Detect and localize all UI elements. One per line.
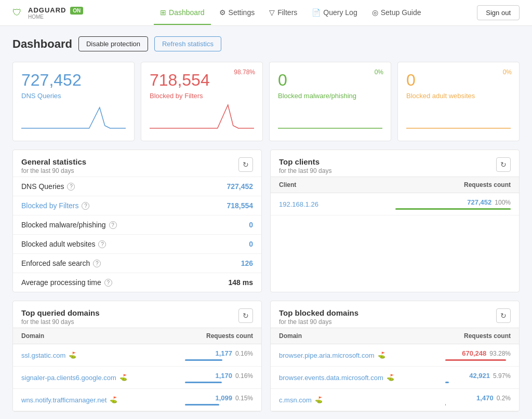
top-clients-cell-client: 192.168.1.26: [271, 193, 387, 215]
stats-row-malware: Blocked malware/phishing ? 0: [13, 215, 261, 235]
top-blocked-col-requests: Requests count: [437, 328, 519, 344]
blocked-filters-label: Blocked by Filters: [150, 92, 254, 100]
progress-bar-0: [395, 208, 511, 210]
queried-count-num-0: 1,177: [215, 349, 232, 357]
blocked-filters-value: 718,554: [193, 196, 261, 215]
top-queried-row-0: ssl.gstatic.com ⛳ 1,177 0.16%: [13, 344, 261, 367]
domain-link-0[interactable]: ssl.gstatic.com: [21, 352, 65, 359]
blocked-filters-row-label[interactable]: Blocked by Filters ?: [21, 201, 184, 210]
top-queried-title-group: Top queried domains for the last 90 days: [21, 308, 100, 326]
blocked-count-num-0: 670,248: [462, 349, 486, 357]
nav-setup-guide[interactable]: ◎ Setup Guide: [366, 1, 428, 25]
dns-queries-label: DNS Queries: [21, 92, 126, 100]
blocked-filter-icon-0[interactable]: ⛳: [378, 352, 385, 359]
nav-settings[interactable]: ⚙ Settings: [213, 1, 261, 25]
stat-card-blocked-filters: 98.78% 718,554 Blocked by Filters: [141, 62, 263, 141]
count-num-0: 727,452: [467, 198, 491, 206]
dns-queries-number: 727,452: [21, 71, 126, 90]
blocked-domain-link-2[interactable]: c.msn.com: [279, 396, 312, 404]
settings-icon: ⚙: [219, 8, 226, 17]
top-queried-cell-domain-2: wns.notify.trafficmanager.net ⛳: [13, 389, 177, 411]
top-clients-table: Client Requests count 192.168.1.26 727,4…: [271, 177, 519, 215]
top-clients-col-client: Client: [271, 177, 387, 193]
stats-row-avg-time: Average processing time ? 148 ms: [13, 273, 261, 292]
queried-count-num-2: 1,099: [215, 394, 232, 402]
blocked-malware-percent: 0%: [375, 69, 383, 76]
dns-queries-row-label: DNS Queries ?: [21, 182, 184, 191]
domain-link-2[interactable]: wns.notify.trafficmanager.net: [21, 396, 107, 404]
refresh-statistics-button[interactable]: Refresh statistics: [154, 36, 221, 51]
domain-cell-2: wns.notify.trafficmanager.net ⛳: [21, 396, 168, 404]
blocked-filters-percent: 98.78%: [234, 69, 255, 76]
avg-time-help-icon[interactable]: ?: [104, 279, 112, 287]
filter-icon-0[interactable]: ⛳: [69, 352, 76, 359]
blocked-progress-wrap-1: [445, 382, 511, 383]
top-clients-header-row: Client Requests count: [271, 177, 519, 193]
logo: 🛡 ADGUARD ON HOME: [12, 6, 83, 20]
stats-row-safe-search: Enforced safe search ? 126: [13, 254, 261, 273]
top-queried-refresh-button[interactable]: ↻: [238, 308, 253, 323]
home-icon: ⊞: [160, 8, 166, 17]
dns-queries-help-icon[interactable]: ?: [67, 183, 75, 191]
request-count-0: 727,452 100%: [395, 198, 511, 206]
blocked-adult-chart: [406, 100, 511, 131]
blocked-progress-wrap-2: [445, 404, 511, 406]
top-blocked-col-domain: Domain: [271, 328, 437, 344]
top-blocked-table: Domain Requests count browser.pipe.aria.…: [271, 328, 519, 411]
queried-progress-bar-2: [185, 404, 219, 406]
safe-search-help-icon[interactable]: ?: [93, 260, 101, 267]
blocked-malware-label: Blocked malware/phishing: [278, 92, 382, 100]
domain-link-1[interactable]: signaler-pa.clients6.google.com: [21, 374, 116, 382]
blocked-adult-help-icon[interactable]: ?: [98, 240, 106, 248]
disable-protection-button[interactable]: Disable protection: [78, 36, 148, 51]
nav-filters[interactable]: ▽ Filters: [263, 1, 303, 25]
blocked-malware-help-icon[interactable]: ?: [109, 221, 117, 229]
general-stats-table: DNS Queries ? 727,452 Blocked by Filters…: [13, 177, 261, 292]
sign-out-button[interactable]: Sign out: [477, 5, 520, 20]
filter-icon-2[interactable]: ⛳: [110, 396, 117, 403]
blocked-request-count-1: 42,921 5.97%: [445, 372, 511, 380]
blocked-filter-icon-1[interactable]: ⛳: [387, 374, 394, 381]
blocked-filter-icon-2[interactable]: ⛳: [315, 396, 323, 403]
general-stats-panel: General statistics for the last 90 days …: [12, 150, 262, 292]
blocked-count-pct-2: 0.2%: [497, 395, 511, 402]
blocked-domain-link-0[interactable]: browser.pipe.aria.microsoft.com: [279, 352, 375, 359]
logo-name: ADGUARD: [28, 6, 66, 14]
blocked-count-pct-0: 93.28%: [489, 350, 511, 357]
top-clients-title: Top clients: [279, 157, 331, 166]
top-blocked-title: Top blocked domains: [279, 308, 358, 317]
top-blocked-subtitle: for the last 90 days: [279, 318, 358, 326]
top-blocked-cell-domain-0: browser.pipe.aria.microsoft.com ⛳: [271, 344, 437, 367]
top-blocked-cell-domain-2: c.msn.com ⛳: [271, 389, 437, 411]
top-queried-cell-domain-1: signaler-pa.clients6.google.com ⛳: [13, 367, 177, 389]
general-stats-title-group: General statistics for the last 90 days: [21, 157, 86, 174]
blocked-filters-help-icon[interactable]: ?: [82, 202, 89, 210]
blocked-request-count-2: 1,470 0.2%: [445, 394, 511, 402]
top-clients-col-requests: Requests count: [387, 177, 519, 193]
general-stats-subtitle: for the last 90 days: [21, 167, 86, 174]
top-queried-cell-requests-1: 1,170 0.16%: [177, 367, 261, 389]
general-stats-refresh-button[interactable]: ↻: [238, 157, 253, 172]
top-blocked-cell-requests-1: 42,921 5.97%: [437, 367, 519, 389]
queried-count-pct-1: 0.16%: [235, 372, 253, 380]
blocked-domain-link-1[interactable]: browser.events.data.microsoft.com: [279, 374, 383, 382]
top-clients-refresh-button[interactable]: ↻: [496, 157, 511, 172]
nav-dashboard[interactable]: ⊞ Dashboard: [154, 1, 211, 25]
queried-request-count-2: 1,099 0.15%: [185, 394, 253, 402]
top-queried-header: Top queried domains for the last 90 days…: [13, 301, 261, 328]
client-link-0[interactable]: 192.168.1.26: [279, 200, 318, 208]
filter-icon-1[interactable]: ⛳: [119, 374, 127, 381]
blocked-count-num-2: 1,470: [476, 394, 494, 402]
blocked-progress-bar-0: [445, 359, 506, 361]
top-blocked-refresh-button[interactable]: ↻: [496, 308, 511, 323]
stats-cards-row: 727,452 DNS Queries 98.78% 718,554 Block…: [12, 62, 520, 141]
blocked-adult-value: 0: [193, 235, 261, 254]
stats-row-blocked-filters: Blocked by Filters ? 718,554: [13, 196, 261, 215]
nav-query-log[interactable]: 📄 Query Log: [305, 1, 363, 25]
blocked-domain-cell-1: browser.events.data.microsoft.com ⛳: [279, 374, 429, 382]
top-clients-header: Top clients for the last 90 days ↻: [271, 150, 519, 177]
top-blocked-title-group: Top blocked domains for the last 90 days: [279, 308, 358, 326]
top-clients-row-0: 192.168.1.26 727,452 100%: [271, 193, 519, 215]
main-content: Dashboard Disable protection Refresh sta…: [0, 26, 532, 419]
top-blocked-header: Top blocked domains for the last 90 days…: [271, 301, 519, 328]
